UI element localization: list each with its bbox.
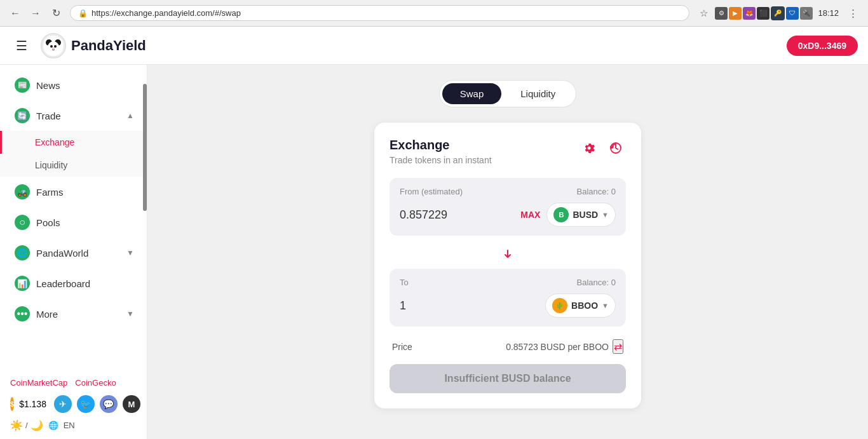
trade-icon: 🔄: [15, 108, 30, 123]
sidebar-external-links: CoinMarketCap CoinGecko: [10, 378, 137, 388]
swap-tab[interactable]: Swap: [442, 83, 502, 104]
farms-icon: 🚜: [15, 184, 30, 199]
sidebar-bottom: CoinMarketCap CoinGecko $ $1.138 ✈ 🐦 💬 M: [0, 370, 147, 439]
from-token-name: BUSD: [573, 210, 598, 220]
exchange-card: Exchange Trade tokens in an instant: [374, 123, 641, 409]
sidebar-item-more[interactable]: ••• More ▼: [0, 299, 147, 329]
back-button[interactable]: ←: [6, 4, 24, 22]
ext-icon-3[interactable]: 🦊: [743, 7, 756, 20]
telegram-icon[interactable]: ✈: [54, 395, 72, 413]
exchange-card-header: Exchange Trade tokens in an instant: [390, 138, 626, 165]
price-swap-button[interactable]: ⇄: [613, 339, 623, 354]
sidebar-item-pools[interactable]: ○ Pools: [0, 207, 147, 238]
main-area: 📰 News 🔄 Trade ▲ Exchange Liquidity 🚜: [0, 65, 868, 439]
to-token-name: BBOO: [571, 301, 598, 311]
twitter-icon[interactable]: 🐦: [77, 395, 95, 413]
exchange-label: Exchange: [35, 137, 74, 147]
app-container: ☰ PandaYield: [0, 27, 868, 439]
sidebar-item-trade[interactable]: 🔄 Trade ▲: [0, 100, 147, 131]
coinmarketcap-link[interactable]: CoinMarketCap: [10, 378, 67, 388]
sidebar-subitem-exchange[interactable]: Exchange: [0, 131, 147, 154]
to-token-chevron-icon: ▼: [602, 302, 609, 309]
language-label[interactable]: EN: [64, 421, 75, 430]
more-chevron-icon: ▼: [126, 309, 134, 318]
extension-icons: ⚙ ▶ 🦊 ⬛ 🔑 🛡 🔌: [715, 6, 813, 20]
app-header: ☰ PandaYield: [0, 27, 868, 65]
from-amount[interactable]: 0.857229: [400, 208, 520, 222]
from-label: From (estimated): [400, 187, 463, 196]
swap-arrow-container: [390, 241, 626, 269]
price-value-area: 0.85723 BUSD per BBOO ⇄: [506, 339, 623, 354]
liquidity-label: Liquidity: [35, 160, 67, 170]
ext-icon-1[interactable]: ⚙: [715, 7, 728, 20]
news-icon: 📰: [15, 78, 30, 93]
to-balance: Balance: 0: [577, 278, 616, 287]
sidebar-item-leaderboard[interactable]: 📊 Leaderboard: [0, 268, 147, 299]
swap-direction-button[interactable]: [498, 245, 518, 265]
sidebar-item-pandaworld[interactable]: 🌐 PandaWorld ▼: [0, 238, 147, 268]
exchange-card-subtitle: Trade tokens in an instant: [390, 155, 492, 165]
to-token-body: 🌵 BBOO ▼: [400, 294, 616, 318]
price-label: Price: [392, 342, 412, 352]
from-token-selector[interactable]: B BUSD ▼: [546, 203, 616, 227]
panda-svg: [42, 34, 65, 57]
svg-point-6: [54, 45, 57, 48]
sidebar-item-farms[interactable]: 🚜 Farms: [0, 177, 147, 207]
social-links: ✈ 🐦 💬 M: [54, 395, 140, 413]
scrollbar-track[interactable]: [143, 65, 147, 439]
logo-text: PandaYield: [71, 37, 146, 54]
theme-toggle: ☀️ / 🌙: [10, 419, 43, 431]
logo[interactable]: PandaYield: [41, 33, 146, 58]
to-amount-input[interactable]: [400, 299, 476, 313]
content-area: Swap Liquidity Exchange Trade tokens in …: [147, 65, 868, 439]
hamburger-button[interactable]: ☰: [10, 34, 33, 57]
forward-button[interactable]: →: [27, 4, 44, 22]
sidebar-item-farms-label: Farms: [36, 187, 64, 198]
address-bar[interactable]: 🔒 https://exchange.pandayield.com/#/swap: [70, 5, 689, 21]
dark-theme-btn[interactable]: 🌙: [31, 419, 43, 431]
submit-button[interactable]: Insufficient BUSD balance: [390, 364, 626, 393]
more-icon: •••: [15, 306, 30, 321]
to-token-selector[interactable]: 🌵 BBOO ▼: [545, 294, 616, 318]
bookmark-button[interactable]: ☆: [695, 4, 712, 22]
ext-icon-5[interactable]: 🔑: [771, 6, 785, 20]
discord-icon[interactable]: 💬: [100, 395, 118, 413]
ext-icon-6[interactable]: 🛡: [786, 7, 799, 20]
sidebar: 📰 News 🔄 Trade ▲ Exchange Liquidity 🚜: [0, 65, 147, 439]
scrollbar-thumb[interactable]: [143, 84, 147, 211]
reload-button[interactable]: ↻: [47, 4, 65, 22]
ext-icon-4[interactable]: ⬛: [757, 7, 770, 20]
ext-icon-2[interactable]: ▶: [729, 7, 742, 20]
menu-button[interactable]: ⋮: [844, 4, 862, 22]
wallet-button[interactable]: 0xD9...3469: [787, 36, 858, 56]
history-button[interactable]: [606, 138, 626, 158]
sidebar-item-more-label: More: [36, 309, 58, 320]
coingecko-link[interactable]: CoinGecko: [75, 378, 116, 388]
sidebar-item-pandaworld-label: PandaWorld: [36, 248, 88, 259]
bboo-icon: 🌵: [552, 298, 567, 313]
price-row: Price 0.85723 BUSD per BBOO ⇄: [390, 332, 626, 361]
liquidity-tab[interactable]: Liquidity: [503, 83, 573, 104]
url-text: https://exchange.pandayield.com/#/swap: [92, 8, 241, 18]
browser-chrome: ← → ↻ 🔒 https://exchange.pandayield.com/…: [0, 0, 868, 27]
max-button[interactable]: MAX: [520, 210, 540, 220]
card-actions: [579, 138, 626, 158]
to-token-header: To Balance: 0: [400, 278, 616, 287]
light-theme-btn[interactable]: ☀️: [10, 419, 23, 431]
exchange-card-title: Exchange: [390, 138, 492, 152]
sidebar-item-leaderboard-label: Leaderboard: [36, 278, 90, 289]
medium-icon[interactable]: M: [123, 395, 140, 413]
ext-icon-7[interactable]: 🔌: [800, 7, 813, 20]
svg-point-7: [52, 47, 55, 49]
from-token-box: From (estimated) Balance: 0 0.857229 MAX…: [390, 178, 626, 236]
theme-divider: /: [25, 421, 28, 430]
sidebar-item-news-label: News: [36, 80, 60, 91]
sidebar-subitem-liquidity[interactable]: Liquidity: [0, 154, 147, 177]
down-arrow-icon: [501, 248, 514, 261]
trade-chevron-icon: ▲: [126, 111, 134, 120]
logo-icon: [41, 33, 66, 58]
settings-button[interactable]: [579, 138, 599, 158]
busd-icon: B: [553, 207, 569, 222]
sidebar-item-news[interactable]: 📰 News: [0, 70, 147, 100]
from-token-chevron-icon: ▼: [602, 211, 609, 219]
